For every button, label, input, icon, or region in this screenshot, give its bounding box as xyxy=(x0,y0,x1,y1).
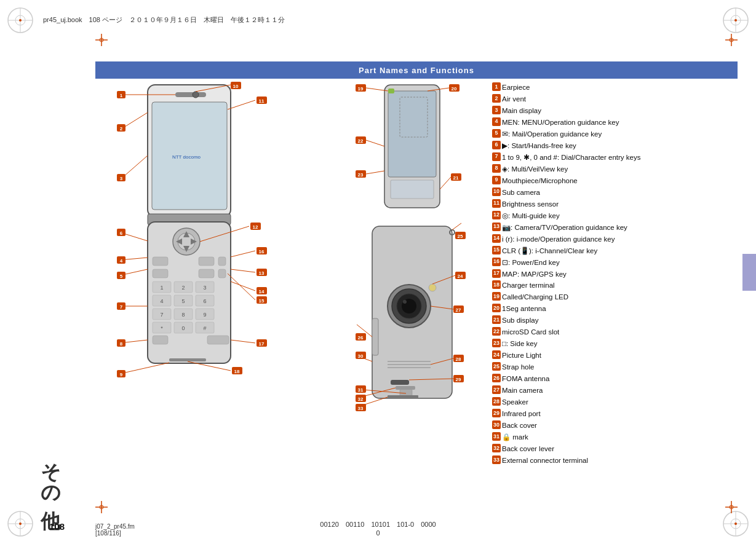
item-number: 22 xyxy=(492,327,501,336)
svg-text:2: 2 xyxy=(181,285,185,291)
item-number: 5 xyxy=(492,129,501,138)
item-number: 6 xyxy=(492,141,501,149)
item-label: Called/Charging LED xyxy=(502,291,738,303)
list-item: 5 ✉: Mail/Operation guidance key xyxy=(492,128,738,140)
main-content: NTT docomo xyxy=(95,79,738,507)
item-number: 31 xyxy=(492,432,501,441)
svg-text:10: 10 xyxy=(233,84,239,89)
svg-text:5: 5 xyxy=(120,274,123,279)
svg-text:9: 9 xyxy=(120,372,123,377)
svg-text:#: # xyxy=(203,325,206,331)
svg-rect-39 xyxy=(153,257,168,266)
svg-rect-131 xyxy=(391,180,434,199)
header-text: pr45_uj.book 108 ページ ２０１０年９月１６日 木曜日 午後１２… xyxy=(43,15,285,25)
item-number: 16 xyxy=(492,258,501,266)
svg-text:19: 19 xyxy=(358,86,364,92)
svg-rect-129 xyxy=(388,89,394,93)
list-item: 21 Sub display xyxy=(492,315,738,326)
list-item: 26 FOMA antenna xyxy=(492,373,738,385)
item-label: ⊡: Power/End key xyxy=(502,257,738,269)
item-label: □: Side key xyxy=(502,338,738,350)
item-number: 30 xyxy=(492,420,501,429)
svg-text:17: 17 xyxy=(259,341,265,347)
item-label: ✉: Mail/Operation guidance key xyxy=(502,128,738,140)
svg-point-152 xyxy=(403,300,407,304)
footer-center-line2: 0 xyxy=(320,529,436,537)
item-number: 27 xyxy=(492,385,501,394)
svg-text:7: 7 xyxy=(160,312,163,318)
item-number: 12 xyxy=(492,211,501,219)
list-item: 8 ◈: Multi/VeilView key xyxy=(492,164,738,175)
list-item: 6 ▶: Start/Hands-free key xyxy=(492,140,738,152)
list-item: 28 Speaker xyxy=(492,396,738,408)
item-number: 15 xyxy=(492,246,501,254)
japanese-text: その他 xyxy=(39,449,62,495)
svg-text:31: 31 xyxy=(358,387,364,393)
crosshair-tr xyxy=(725,34,738,46)
list-item: 25 Strap hole xyxy=(492,361,738,373)
svg-rect-41 xyxy=(218,257,226,266)
item-label: FOMA antenna xyxy=(502,373,738,385)
item-label: Picture Light xyxy=(502,350,738,361)
item-label: ◈: Multi/VeilView key xyxy=(502,164,738,175)
svg-text:32: 32 xyxy=(358,396,364,402)
svg-text:3: 3 xyxy=(203,285,206,291)
item-label: Brightness sensor xyxy=(502,199,738,210)
svg-rect-40 xyxy=(199,257,214,266)
phone-front-svg: NTT docomo xyxy=(95,79,335,484)
item-label: Infrared port xyxy=(502,408,738,420)
item-label: 🔒 mark xyxy=(502,432,738,443)
list-item: 4 MEN: MENU/Operation guidance key xyxy=(492,117,738,128)
svg-text:1: 1 xyxy=(120,93,123,98)
svg-rect-162 xyxy=(388,395,418,398)
item-number: 33 xyxy=(492,455,501,464)
item-number: 14 xyxy=(492,234,501,243)
item-number: 21 xyxy=(492,315,501,324)
list-item: 1 Earpiece xyxy=(492,82,738,93)
svg-text:8: 8 xyxy=(120,341,123,347)
item-label: External connector terminal xyxy=(502,455,738,467)
list-item: 20 1Seg antenna xyxy=(492,303,738,315)
svg-line-89 xyxy=(120,363,169,374)
svg-line-82 xyxy=(231,269,255,272)
back-phone-svg: 19 20 21 22 23 xyxy=(354,79,477,484)
title-banner: Part Names and Functions xyxy=(95,61,738,79)
list-item: 23 □: Side key xyxy=(492,338,738,350)
list-item: 13 📷: Camera/TV/Operation guidance key xyxy=(492,222,738,234)
item-label: CLR (📱): i-Channel/Clear key xyxy=(502,245,738,257)
crosshair-br xyxy=(725,501,738,513)
svg-text:20: 20 xyxy=(452,86,457,92)
svg-point-153 xyxy=(429,284,436,291)
svg-text:16: 16 xyxy=(259,249,265,254)
svg-text:29: 29 xyxy=(456,377,461,382)
list-item: 2 Air vent xyxy=(492,93,738,105)
svg-text:25: 25 xyxy=(458,234,463,239)
svg-rect-155 xyxy=(372,318,378,355)
title-text: Part Names and Functions xyxy=(359,66,474,75)
item-number: 4 xyxy=(492,117,501,126)
item-number: 11 xyxy=(492,199,501,208)
list-item: 19 Called/Charging LED xyxy=(492,291,738,303)
item-label: i (r): i-mode/Operation guidance key xyxy=(502,234,738,245)
svg-line-86 xyxy=(231,340,255,343)
item-number: 17 xyxy=(492,269,501,278)
list-item: 7 1 to 9, ✱, 0 and #: Dial/Character ent… xyxy=(492,152,738,164)
svg-point-14 xyxy=(19,522,22,525)
svg-text:1: 1 xyxy=(160,285,163,291)
item-label: 1 to 9, ✱, 0 and #: Dial/Character entry… xyxy=(502,152,738,164)
list-item: 31 🔒 mark xyxy=(492,432,738,443)
svg-text:13: 13 xyxy=(259,270,265,276)
list-item: 16 ⊡: Power/End key xyxy=(492,257,738,269)
item-number: 26 xyxy=(492,374,501,382)
item-number: 24 xyxy=(492,350,501,359)
item-label: ◎: Multi-guide key xyxy=(502,210,738,222)
svg-text:12: 12 xyxy=(253,224,258,230)
svg-rect-71 xyxy=(169,358,206,361)
svg-text:7: 7 xyxy=(120,304,123,310)
svg-text:9: 9 xyxy=(203,312,206,318)
japanese-sidebar: その他 xyxy=(37,449,64,495)
item-label: Charger terminal xyxy=(502,280,738,291)
item-label: Strap hole xyxy=(502,361,738,373)
item-number: 10 xyxy=(492,187,501,196)
item-label: microSD Card slot xyxy=(502,326,738,338)
